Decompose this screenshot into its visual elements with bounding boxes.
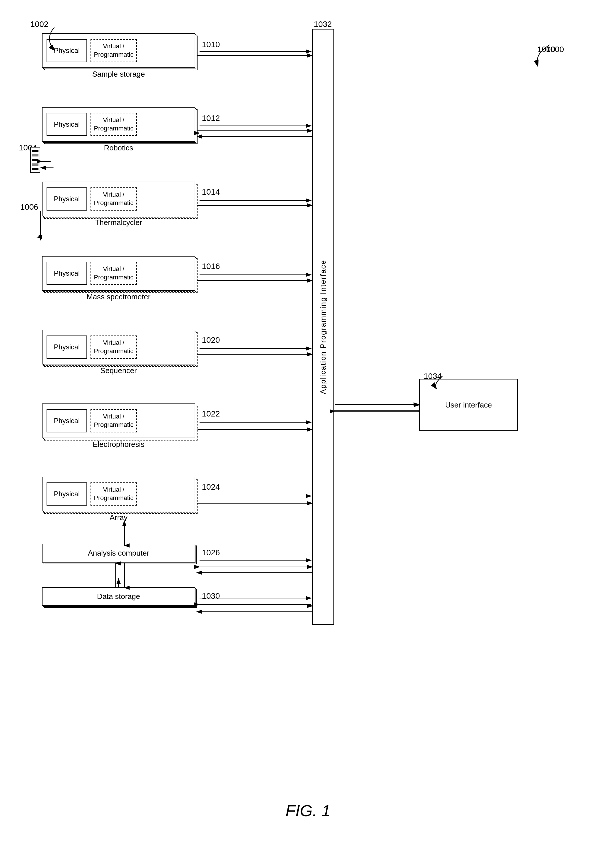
data-storage-label: Data storage — [97, 592, 140, 601]
ref-1022: 1022 — [202, 409, 220, 419]
physical-box-thermo: Physical — [47, 187, 87, 210]
mass-spectrometer-group: Physical Virtual /Programmatic Mass spec… — [42, 256, 195, 301]
figure-label: FIG. 1 — [286, 801, 330, 820]
virtual-box-thermo: Virtual /Programmatic — [91, 187, 137, 210]
mass-spectrometer-label: Mass spectrometer — [42, 292, 195, 301]
sequencer-label: Sequencer — [42, 366, 195, 375]
electrophoresis-label: Electrophoresis — [42, 440, 195, 449]
thermalcycler-label: Thermalcycler — [42, 218, 195, 227]
user-interface-label: User interface — [445, 401, 492, 410]
api-bar-label: Application Programming Interface — [319, 260, 328, 394]
analysis-computer-group: Analysis computer — [42, 544, 195, 563]
ref-1030: 1030 — [202, 592, 220, 601]
physical-box-mass: Physical — [47, 262, 87, 285]
virtual-box-seq: Virtual /Programmatic — [91, 335, 137, 358]
ref-1002: 1002 — [30, 20, 48, 29]
device-icon-1004 — [30, 147, 40, 173]
ref-1006: 1006 — [20, 203, 38, 212]
physical-box-sample: Physical — [47, 39, 87, 62]
ref-1020: 1020 — [202, 335, 220, 345]
robotics-group: Physical Virtual /Programmatic Robotics — [42, 107, 195, 153]
api-bar: Application Programming Interface — [312, 29, 334, 625]
virtual-box-robotics: Virtual /Programmatic — [91, 113, 137, 136]
ref-1016: 1016 — [202, 262, 220, 271]
sample-storage-label: Sample storage — [42, 70, 195, 79]
virtual-box-mass: Virtual /Programmatic — [91, 262, 137, 285]
ref-1012: 1012 — [202, 114, 220, 123]
sequencer-group: Physical Virtual /Programmatic Sequencer — [42, 330, 195, 375]
physical-box-electro: Physical — [47, 409, 87, 432]
ref-1026: 1026 — [202, 548, 220, 557]
ref-1034: 1034 — [424, 372, 441, 381]
electrophoresis-group: Physical Virtual /Programmatic Electroph… — [42, 404, 195, 449]
robotics-label: Robotics — [42, 144, 195, 153]
ref-1000-label: 1000 — [537, 45, 555, 54]
ref-1032: 1032 — [314, 20, 332, 29]
thermalcycler-group: Physical Virtual /Programmatic Thermalcy… — [42, 182, 195, 227]
virtual-box-sample: Virtual /Programmatic — [91, 39, 137, 62]
data-storage-group: Data storage — [42, 587, 195, 606]
array-group: Physical Virtual /Programmatic Array — [42, 477, 195, 522]
user-interface-box: User interface — [419, 379, 518, 431]
physical-box-seq: Physical — [47, 335, 87, 358]
virtual-box-electro: Virtual /Programmatic — [91, 409, 137, 432]
ref-1014: 1014 — [202, 187, 220, 197]
ref-1024: 1024 — [202, 482, 220, 492]
physical-box-array: Physical — [47, 482, 87, 505]
physical-box-robotics: Physical — [47, 113, 87, 136]
array-label: Array — [42, 513, 195, 522]
virtual-box-array: Virtual /Programmatic — [91, 482, 137, 505]
analysis-computer-label: Analysis computer — [88, 549, 149, 558]
sample-storage-group: Physical Virtual /Programmatic Sample st… — [42, 33, 195, 79]
ref-1010: 1010 — [202, 40, 220, 49]
